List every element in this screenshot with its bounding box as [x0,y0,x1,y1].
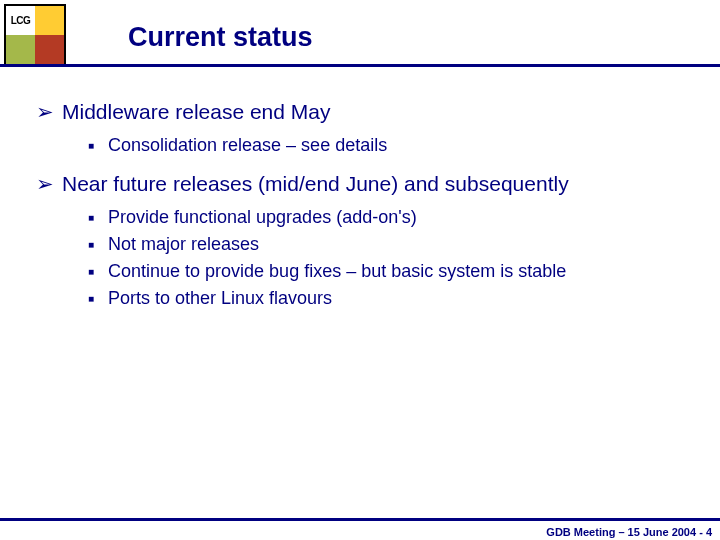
bullet-text: Middleware release end May [62,100,330,123]
title-underline [0,64,720,67]
sub-bullet-text: Ports to other Linux flavours [108,288,332,308]
sub-bullet: ■Ports to other Linux flavours [88,285,684,311]
square-icon: ■ [88,265,108,280]
square-icon: ■ [88,211,108,226]
arrow-icon: ➢ [36,100,54,124]
logo-quadrant-label: LCG [6,6,35,35]
square-icon: ■ [88,292,108,307]
bullet-sublist: ■Consolidation release – see details [36,132,684,158]
bullet-sublist: ■Provide functional upgrades (add-on's) … [36,204,684,311]
bullet-text: Near future releases (mid/end June) and … [62,172,569,195]
sub-bullet-text: Not major releases [108,234,259,254]
sub-bullet: ■Continue to provide bug fixes – but bas… [88,258,684,284]
footer-divider [0,518,720,521]
sub-bullet-text: Provide functional upgrades (add-on's) [108,207,417,227]
slide-title: Current status [128,22,313,53]
sub-bullet: ■Consolidation release – see details [88,132,684,158]
sub-bullet-text: Continue to provide bug fixes – but basi… [108,261,566,281]
sub-bullet: ■Provide functional upgrades (add-on's) [88,204,684,230]
logo-quadrant-red [35,35,64,64]
footer-text: GDB Meeting – 15 June 2004 - 4 [546,526,712,538]
slide-footer: GDB Meeting – 15 June 2004 - 4 [0,518,720,540]
logo-text: LCG [11,15,31,26]
lcg-logo: LCG [4,4,66,66]
slide-header: LCG Current status [0,0,720,72]
square-icon: ■ [88,139,108,154]
square-icon: ■ [88,238,108,253]
sub-bullet-text: Consolidation release – see details [108,135,387,155]
bullet-level1: ➢Middleware release end May [36,100,684,124]
bullet-level1: ➢Near future releases (mid/end June) and… [36,172,684,196]
sub-bullet: ■Not major releases [88,231,684,257]
arrow-icon: ➢ [36,172,54,196]
logo-quadrant-yellow [35,6,64,35]
logo-quadrant-green [6,35,35,64]
slide-content: ➢Middleware release end May ■Consolidati… [0,72,720,311]
